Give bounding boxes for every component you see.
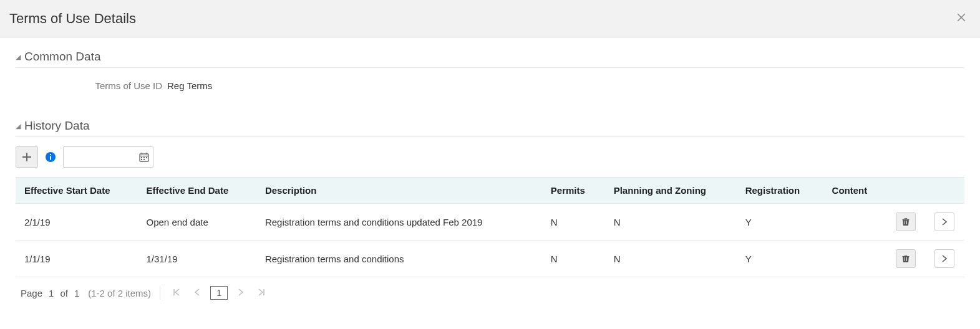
date-filter-field[interactable]: [63, 146, 153, 168]
col-header-pz[interactable]: Planning and Zoning: [605, 178, 737, 204]
collapse-triangle-icon: ◢: [16, 122, 21, 130]
cell-start: 1/1/19: [16, 241, 138, 277]
collapse-triangle-icon: ◢: [16, 53, 21, 61]
first-page-icon: [173, 288, 180, 296]
cell-permits: N: [542, 241, 605, 277]
col-header-actions: [887, 178, 926, 204]
pagination-total: 1: [74, 288, 79, 298]
page-title: Terms of Use Details: [9, 11, 136, 27]
info-icon[interactable]: [44, 151, 57, 163]
chevron-right-icon: [238, 288, 244, 296]
cell-permits: N: [542, 204, 605, 241]
info-circle-icon: [45, 151, 56, 163]
cell-pz: N: [605, 204, 737, 241]
terms-of-use-id-value: Reg Terms: [167, 80, 212, 91]
terms-of-use-id-label: Terms of Use ID: [16, 80, 162, 91]
pagination-current: 1: [49, 288, 54, 298]
add-button[interactable]: [16, 146, 38, 168]
pagination-of: of: [60, 288, 68, 298]
svg-rect-10: [141, 159, 142, 160]
pagination-first[interactable]: [169, 287, 184, 299]
chevron-right-icon: [940, 217, 949, 226]
svg-rect-9: [146, 157, 147, 158]
svg-rect-7: [141, 157, 142, 158]
history-toolbar: [16, 146, 964, 168]
plus-icon: [22, 152, 32, 162]
delete-row-button[interactable]: [896, 212, 916, 231]
col-header-content[interactable]: Content: [823, 178, 888, 204]
pagination-next[interactable]: [234, 287, 248, 299]
open-row-button[interactable]: [934, 249, 954, 268]
calendar-icon: [139, 152, 149, 162]
delete-row-button[interactable]: [896, 249, 916, 268]
col-header-reg[interactable]: Registration: [737, 178, 823, 204]
cell-reg: Y: [737, 241, 823, 277]
cell-reg: Y: [737, 204, 823, 241]
open-row-button[interactable]: [934, 212, 954, 231]
svg-rect-1: [50, 156, 51, 160]
common-data-section: ◢ Common Data Terms of Use ID Reg Terms: [16, 50, 964, 103]
chevron-right-icon: [940, 254, 949, 263]
pagination-range: (1-2 of 2 items): [88, 288, 151, 298]
svg-rect-8: [143, 157, 145, 158]
history-data-header[interactable]: ◢ History Data: [16, 119, 964, 137]
terms-of-use-id-row: Terms of Use ID Reg Terms: [16, 77, 964, 103]
cell-pz: N: [605, 241, 737, 277]
common-data-title: Common Data: [24, 50, 101, 64]
cell-content: [823, 204, 888, 241]
trash-icon: [901, 217, 910, 226]
col-header-start[interactable]: Effective Start Date: [16, 178, 138, 204]
table-row[interactable]: 1/1/19 1/31/19 Registration terms and co…: [16, 241, 964, 277]
close-button[interactable]: [952, 9, 971, 27]
col-header-drill: [926, 178, 964, 204]
pagination-page-input[interactable]: 1: [210, 286, 228, 300]
pagination-prev[interactable]: [190, 287, 204, 299]
calendar-button[interactable]: [135, 152, 153, 162]
history-data-section: ◢ History Data Effective Start Date Ef: [16, 119, 964, 300]
svg-rect-2: [50, 154, 51, 155]
cell-desc: Registration terms and conditions: [256, 241, 542, 277]
cell-desc: Registration terms and conditions update…: [256, 204, 542, 241]
svg-rect-11: [143, 159, 145, 160]
table-header-row: Effective Start Date Effective End Date …: [16, 178, 964, 204]
header-bar: Terms of Use Details: [0, 0, 980, 37]
chevron-left-icon: [194, 288, 200, 296]
last-page-icon: [258, 288, 265, 296]
pagination-divider: [160, 286, 160, 300]
col-header-desc[interactable]: Description: [256, 178, 542, 204]
history-table: Effective Start Date Effective End Date …: [16, 177, 964, 277]
pagination: Page 1 of 1 (1-2 of 2 items) 1: [16, 277, 964, 300]
cell-start: 2/1/19: [16, 204, 138, 241]
cell-end: 1/31/19: [138, 241, 256, 277]
common-data-header[interactable]: ◢ Common Data: [16, 50, 964, 68]
cell-end: Open end date: [138, 204, 256, 241]
col-header-permits[interactable]: Permits: [542, 178, 605, 204]
date-filter-input[interactable]: [64, 150, 135, 164]
cell-content: [823, 241, 888, 277]
pagination-page-word: Page: [21, 288, 42, 298]
table-row[interactable]: 2/1/19 Open end date Registration terms …: [16, 204, 964, 241]
trash-icon: [901, 254, 910, 263]
history-data-title: History Data: [24, 119, 90, 133]
pagination-last[interactable]: [254, 287, 269, 299]
close-icon: [957, 13, 966, 22]
col-header-end[interactable]: Effective End Date: [138, 178, 256, 204]
